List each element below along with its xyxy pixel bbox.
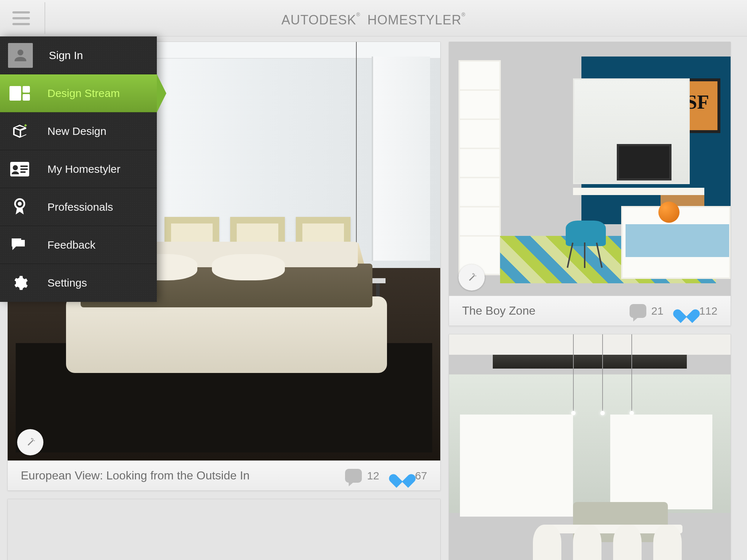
- like-count: 67: [415, 470, 427, 482]
- app-header: AUTODESK® HOMESTYLER®: [0, 0, 747, 36]
- design-thumbnail: SF: [449, 42, 731, 296]
- sidebar-item-new-design[interactable]: New Design: [0, 112, 157, 150]
- svg-rect-1: [23, 86, 30, 93]
- menu-hamburger-button[interactable]: [12, 8, 33, 28]
- sidebar-item-my-homestyler[interactable]: My Homestyler: [0, 150, 157, 188]
- sidebar-item-label: My Homestyler: [47, 163, 120, 175]
- heart-icon: [678, 304, 694, 318]
- card-title: The Boy Zone: [462, 304, 615, 318]
- svg-point-4: [13, 165, 18, 170]
- stream-icon: [9, 83, 30, 104]
- like-stat[interactable]: 67: [394, 468, 427, 483]
- card-caption: The Boy Zone 21 112: [449, 296, 731, 326]
- sidebar-item-signin[interactable]: Sign In: [0, 36, 157, 74]
- magic-wand-button[interactable]: [17, 429, 43, 455]
- sidebar-item-label: New Design: [47, 125, 107, 137]
- svg-rect-5: [20, 166, 28, 167]
- svg-rect-7: [20, 171, 26, 173]
- sidebar-item-label: Sign In: [49, 49, 83, 62]
- wand-icon: [465, 271, 478, 284]
- sidebar-item-label: Professionals: [47, 201, 113, 213]
- brand-name: HOMESTYLER: [367, 12, 461, 27]
- card-caption: European View: Looking from the Outside …: [8, 460, 440, 490]
- sidebar-item-settings[interactable]: Settings: [0, 264, 157, 302]
- comment-count: 21: [651, 305, 663, 317]
- comment-stat[interactable]: 21: [630, 304, 663, 318]
- sidebar-menu: Sign In Design Stream New Design My Home…: [0, 36, 157, 302]
- sidebar-item-feedback[interactable]: Feedback: [0, 226, 157, 264]
- box-plus-icon: [9, 121, 30, 141]
- design-card-boyzone[interactable]: SF The Boy Zone 21: [449, 42, 731, 326]
- gear-icon: [9, 273, 30, 293]
- sidebar-item-label: Design Stream: [47, 87, 120, 100]
- design-thumbnail: [449, 334, 731, 560]
- design-thumbnail: [8, 499, 440, 560]
- svg-rect-0: [9, 86, 21, 101]
- header-divider: [44, 2, 45, 34]
- like-count: 112: [699, 305, 717, 317]
- comment-count: 12: [367, 470, 379, 482]
- brand-title: AUTODESK® HOMESTYLER®: [281, 12, 465, 28]
- comment-stat[interactable]: 12: [345, 469, 379, 483]
- heart-icon: [394, 468, 410, 483]
- sidebar-item-label: Settings: [47, 277, 87, 289]
- like-stat[interactable]: 112: [678, 304, 717, 318]
- award-icon: [9, 197, 30, 217]
- sidebar-item-label: Feedback: [47, 239, 96, 251]
- magic-wand-button[interactable]: [458, 264, 485, 291]
- sidebar-item-design-stream[interactable]: Design Stream: [0, 74, 157, 112]
- sidebar-item-professionals[interactable]: Professionals: [0, 188, 157, 226]
- svg-rect-6: [20, 168, 28, 170]
- svg-point-9: [18, 202, 22, 206]
- brand-prefix: AUTODESK: [281, 12, 356, 27]
- profile-card-icon: [9, 159, 30, 179]
- comment-icon: [345, 469, 362, 483]
- design-card-placeholder[interactable]: [7, 499, 441, 560]
- comment-icon: [630, 304, 646, 318]
- svg-rect-2: [23, 94, 30, 101]
- feedback-icon: [9, 235, 30, 255]
- avatar-icon: [8, 43, 33, 68]
- card-title: European View: Looking from the Outside …: [21, 469, 330, 482]
- wand-icon: [24, 436, 36, 448]
- design-card-modern[interactable]: [449, 334, 731, 560]
